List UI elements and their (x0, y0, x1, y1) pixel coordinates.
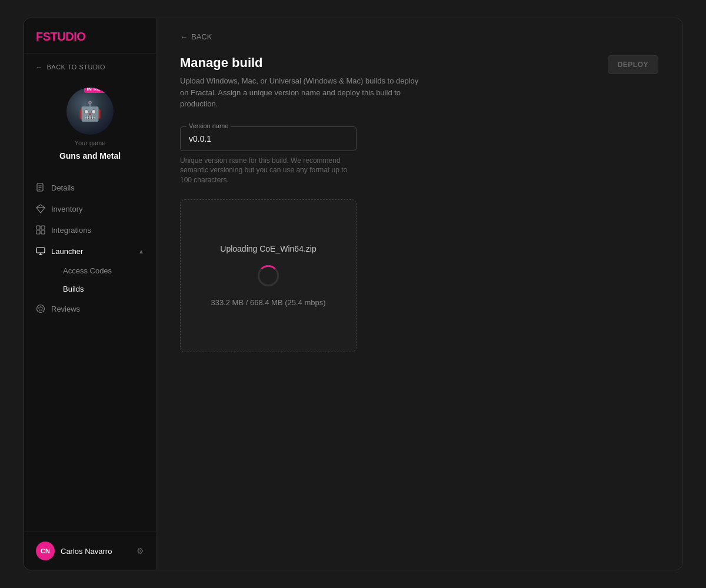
user-name: Carlos Navarro (61, 547, 131, 556)
version-name-input-wrapper: Version name (180, 126, 357, 151)
avatar-inner: 🤖 (66, 88, 114, 135)
upload-progress-container (258, 265, 279, 286)
version-hint: Unique version name for this build. We r… (180, 156, 357, 185)
inventory-label: Inventory (51, 205, 82, 213)
user-initials: CN (41, 547, 50, 554)
svg-rect-8 (41, 226, 45, 229)
page-description: Upload Windows, Mac, or Universal (Windo… (180, 75, 427, 110)
page-title-section: Manage build Upload Windows, Mac, or Uni… (180, 55, 427, 110)
page-title: Manage build (180, 55, 427, 71)
monitor-icon (36, 246, 45, 256)
main-content: ← BACK Manage build Upload Windows, Mac,… (156, 18, 682, 570)
back-nav[interactable]: ← BACK (180, 32, 658, 41)
sidebar-item-access-codes[interactable]: Access Codes (51, 262, 156, 280)
sidebar-item-reviews[interactable]: Reviews (24, 298, 156, 319)
sidebar: FSTUDIO ← BACK TO STUDIO 🤖 IN REVIEW You… (24, 18, 156, 570)
game-name: Guns and Metal (59, 151, 121, 161)
grid-icon (36, 225, 45, 235)
logo-accent: F (36, 30, 43, 43)
app-window: FSTUDIO ← BACK TO STUDIO 🤖 IN REVIEW You… (24, 18, 682, 570)
sidebar-item-inventory[interactable]: Inventory (24, 198, 156, 219)
logo: FSTUDIO (36, 30, 144, 44)
upload-filename: Uploading CoE_Win64.zip (220, 244, 316, 253)
launcher-left: Launcher (36, 246, 83, 256)
details-label: Details (51, 183, 75, 192)
access-codes-label: Access Codes (63, 266, 112, 275)
app-layout: FSTUDIO ← BACK TO STUDIO 🤖 IN REVIEW You… (24, 18, 682, 570)
back-nav-arrow: ← (180, 32, 188, 41)
back-to-studio-link[interactable]: ← BACK TO STUDIO (24, 54, 156, 81)
sidebar-footer: CN Carlos Navarro ⚙ (24, 532, 156, 570)
user-avatar: CN (36, 542, 55, 560)
sidebar-item-details[interactable]: Details (24, 177, 156, 198)
integrations-label: Integrations (51, 226, 91, 235)
sidebar-item-builds[interactable]: Builds (51, 280, 156, 298)
gear-icon[interactable]: ⚙ (136, 546, 144, 556)
sidebar-nav: Details Inventory (24, 172, 156, 532)
launcher-submenu: Access Codes Builds (24, 262, 156, 298)
back-nav-label: BACK (191, 32, 212, 41)
game-avatar: 🤖 IN REVIEW (66, 88, 114, 135)
page-header: Manage build Upload Windows, Mac, or Uni… (180, 55, 658, 110)
star-icon (36, 304, 45, 313)
diamond-icon (36, 204, 45, 213)
avatar-figure: 🤖 (78, 100, 102, 122)
upload-stats: 333.2 MB / 668.4 MB (25.4 mbps) (211, 298, 325, 307)
svg-rect-10 (41, 230, 45, 234)
back-arrow-icon: ← (36, 63, 44, 71)
reviews-label: Reviews (51, 305, 80, 313)
sidebar-item-launcher[interactable]: Launcher ▲ (24, 240, 156, 262)
version-name-input[interactable] (181, 127, 356, 151)
your-game-label: Your game (75, 139, 106, 146)
version-name-label: Version name (187, 122, 231, 129)
document-icon (36, 183, 45, 192)
logo-text: STUDIO (43, 30, 86, 43)
sidebar-item-integrations[interactable]: Integrations (24, 219, 156, 240)
game-section: 🤖 IN REVIEW Your game Guns and Metal (24, 81, 156, 172)
chevron-up-icon: ▲ (138, 248, 144, 255)
svg-rect-9 (36, 230, 40, 234)
back-to-studio-label: BACK TO STUDIO (47, 64, 106, 71)
version-name-group: Version name Unique version name for thi… (180, 126, 658, 185)
sidebar-header: FSTUDIO (24, 18, 156, 54)
in-review-badge: IN REVIEW (84, 88, 114, 93)
upload-area[interactable]: Uploading CoE_Win64.zip 333.2 MB / 668.4… (180, 199, 357, 352)
svg-rect-11 (36, 248, 45, 253)
builds-label: Builds (63, 285, 84, 293)
deploy-button[interactable]: DEPLOY (608, 55, 658, 74)
svg-rect-7 (36, 226, 40, 229)
launcher-label: Launcher (51, 247, 83, 256)
upload-spinner (258, 265, 279, 286)
